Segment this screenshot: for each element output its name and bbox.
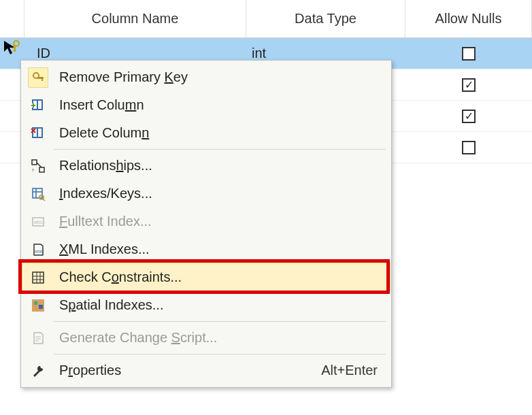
wrench-icon	[27, 362, 50, 380]
svg-text:xml: xml	[35, 249, 42, 254]
svg-rect-16	[39, 167, 44, 172]
menu-item-relationships[interactable]: +Relationships...	[22, 152, 390, 180]
allow-nulls-checkbox[interactable]	[462, 47, 476, 61]
menu-item-label: Generate Change Script...	[50, 330, 383, 346]
menu-item-remove-pk[interactable]: Remove Primary Key	[22, 63, 390, 91]
table-header: Column Name Data Type Allow Nulls	[0, 0, 532, 38]
insert-column-icon	[27, 97, 50, 114]
spatial-icon	[27, 297, 50, 314]
menu-item-spatial[interactable]: Spatial Indexes...	[22, 291, 390, 319]
svg-rect-34	[39, 305, 43, 309]
svg-line-17	[37, 163, 41, 167]
menu-separator	[54, 321, 386, 322]
menu-item-label: Relationships...	[50, 158, 383, 173]
menu-item-label: Delete Column	[50, 125, 383, 141]
menu-item-label: Remove Primary Key	[50, 69, 383, 85]
row-selector-header	[0, 0, 24, 37]
svg-rect-5	[41, 77, 43, 81]
allow-nulls-cell[interactable]	[405, 101, 532, 131]
primary-key-row-indicator	[3, 39, 22, 59]
allow-nulls-cell[interactable]	[405, 132, 532, 163]
menu-item-delete-col[interactable]: Delete Column	[22, 119, 390, 147]
allow-nulls-cell[interactable]	[405, 69, 532, 100]
menu-item-properties[interactable]: PropertiesAlt+Enter	[22, 356, 390, 384]
menu-item-label: Indexes/Keys...	[50, 186, 383, 201]
svg-rect-19	[33, 188, 42, 198]
menu-separator	[54, 354, 386, 354]
menu-item-insert-col[interactable]: Insert Column	[22, 91, 390, 119]
menu-item-fulltext: abcFulltext Index...	[22, 208, 390, 235]
menu-item-label: Insert Column	[50, 97, 383, 113]
menu-item-label: Check Constraints...	[50, 269, 383, 285]
key-icon	[27, 67, 50, 88]
svg-text:abc: abc	[34, 219, 43, 225]
grid-icon	[27, 269, 50, 286]
menu-item-shortcut: Alt+Enter	[321, 363, 383, 378]
svg-line-23	[43, 199, 45, 201]
svg-text:+: +	[31, 167, 35, 173]
allow-nulls-header[interactable]: Allow Nulls	[405, 0, 532, 37]
context-menu: Remove Primary KeyInsert ColumnDelete Co…	[20, 60, 392, 388]
menu-item-label: XML Indexes...	[50, 242, 383, 257]
menu-item-check-constraints[interactable]: Check Constraints...	[22, 263, 390, 291]
menu-item-label: Spatial Indexes...	[50, 297, 383, 313]
svg-rect-15	[32, 160, 37, 165]
menu-item-indexes-keys[interactable]: Indexes/Keys...	[22, 180, 390, 208]
indexes-keys-icon	[27, 185, 50, 203]
svg-rect-2	[14, 45, 16, 52]
allow-nulls-checkbox[interactable]	[462, 78, 476, 92]
menu-item-xml-indexes[interactable]: xmlXML Indexes...	[22, 235, 390, 263]
svg-rect-33	[34, 301, 37, 305]
menu-item-label: Fulltext Index...	[50, 214, 383, 229]
relationships-icon: +	[27, 157, 50, 175]
fulltext-icon: abc	[27, 213, 50, 231]
column-name-header[interactable]: Column Name	[24, 0, 246, 37]
allow-nulls-cell[interactable]	[405, 38, 532, 69]
data-type-header[interactable]: Data Type	[246, 0, 405, 37]
menu-separator	[54, 149, 386, 150]
svg-rect-27	[33, 272, 44, 283]
menu-item-label: Properties	[50, 363, 321, 378]
script-icon	[27, 329, 50, 347]
delete-column-icon	[27, 124, 50, 142]
allow-nulls-checkbox[interactable]	[462, 141, 476, 154]
xml-icon: xml	[27, 241, 50, 259]
allow-nulls-checkbox[interactable]	[462, 110, 476, 123]
menu-item-gen-script: Generate Change Script...	[22, 324, 390, 352]
